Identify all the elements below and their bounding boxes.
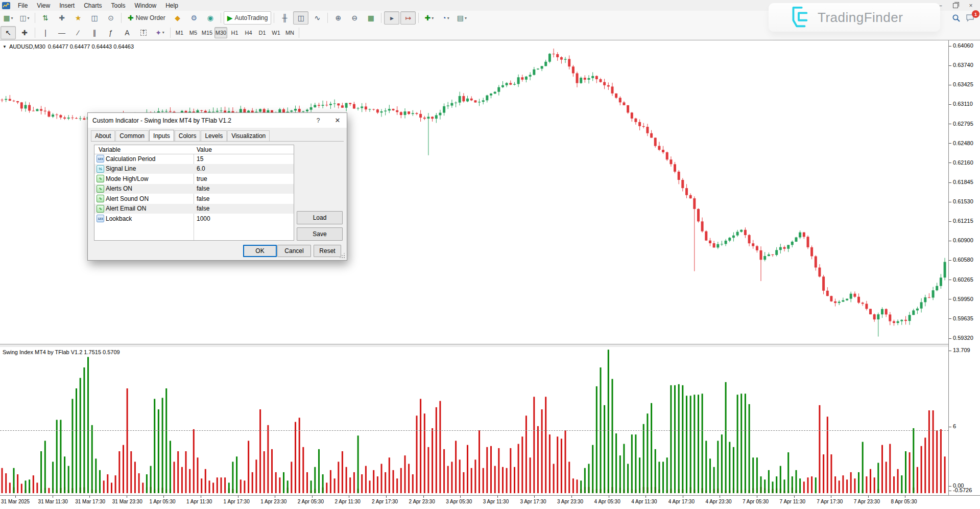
price-tick: 0.60580 bbox=[949, 257, 973, 263]
toolbar-separator bbox=[274, 13, 274, 23]
window-close-button[interactable]: × bbox=[964, 1, 978, 10]
param-value[interactable]: 1000 bbox=[197, 215, 210, 222]
reset-button[interactable]: Reset bbox=[314, 245, 341, 257]
menu-view[interactable]: View bbox=[32, 1, 55, 10]
window-restore-button[interactable] bbox=[948, 1, 963, 10]
text-icon[interactable]: A bbox=[119, 26, 135, 39]
channel-icon[interactable]: ∥ bbox=[87, 26, 102, 39]
param-row-signal-line[interactable]: ½ Signal Line 6.0 bbox=[94, 164, 294, 174]
save-button[interactable]: Save bbox=[297, 227, 343, 241]
autotrading-button[interactable]: ▶AutoTrading bbox=[224, 11, 272, 25]
periods-icon[interactable]: ◔▾ bbox=[438, 11, 453, 25]
ok-button[interactable]: OK bbox=[243, 245, 277, 257]
templates-icon[interactable]: ▤▾ bbox=[454, 11, 469, 25]
timeframe-w1[interactable]: W1 bbox=[270, 27, 282, 38]
resize-grip[interactable] bbox=[344, 257, 345, 258]
param-value[interactable]: false bbox=[197, 195, 209, 202]
timeframe-m5[interactable]: M5 bbox=[187, 27, 200, 38]
timeframe-m1[interactable]: M1 bbox=[173, 27, 186, 38]
tab-visualization[interactable]: Visualization bbox=[227, 130, 270, 141]
dropdown-caret-icon[interactable]: ▾ bbox=[28, 16, 30, 20]
time-axis[interactable]: 31 Mar 202531 Mar 11:3031 Mar 17:3031 Ma… bbox=[0, 495, 980, 509]
trendline-icon[interactable]: ∕ bbox=[70, 26, 86, 39]
param-row-calculation-period[interactable]: 123 Calculation Period 15 bbox=[94, 154, 294, 164]
param-row-alerts-on[interactable]: ∿ Alerts ON false bbox=[94, 184, 294, 194]
tab-about[interactable]: About bbox=[91, 130, 115, 141]
param-value[interactable]: true bbox=[197, 175, 207, 182]
price-axis[interactable]: 0.640600.637400.634250.631100.627950.624… bbox=[948, 40, 980, 495]
auto-scroll-icon[interactable]: ▸ bbox=[384, 11, 399, 25]
custom-indicator-dialog: Custom Indicator - Swing Index MT4 by TF… bbox=[87, 112, 347, 261]
tab-inputs[interactable]: Inputs bbox=[149, 130, 174, 141]
param-value[interactable]: false bbox=[197, 185, 209, 192]
strategy-tester-icon[interactable]: ⊙ bbox=[103, 11, 118, 25]
zoom-in-icon[interactable]: ⊕ bbox=[330, 11, 346, 25]
signals-icon[interactable]: ◉ bbox=[203, 11, 218, 25]
terminal-icon[interactable]: ◫ bbox=[87, 11, 102, 25]
dialog-title: Custom Indicator - Swing Index MT4 by TF… bbox=[88, 117, 231, 124]
time-label: 2 Apr 05:30 bbox=[298, 499, 324, 504]
load-button[interactable]: Load bbox=[297, 211, 343, 224]
param-value[interactable]: false bbox=[197, 205, 209, 212]
tab-levels[interactable]: Levels bbox=[201, 130, 227, 141]
param-row-lookback[interactable]: 123 Lookback 1000 bbox=[94, 214, 294, 223]
param-row-mode-high-low[interactable]: ∿ Mode High/Low true bbox=[94, 174, 294, 183]
dropdown-caret-icon[interactable]: ▾ bbox=[465, 16, 467, 20]
chat-icon[interactable]: 1 bbox=[966, 14, 975, 22]
chart-candles-icon[interactable]: ◫ bbox=[293, 11, 308, 25]
crosshair-icon[interactable]: ✚ bbox=[17, 26, 32, 39]
price-tick: 0.64060 bbox=[949, 42, 973, 49]
new-order-button[interactable]: ✚New Order bbox=[124, 11, 169, 25]
timeframe-m15[interactable]: M15 bbox=[201, 27, 213, 38]
param-row-alert-sound-on[interactable]: ∿ Alert Sound ON false bbox=[94, 194, 294, 203]
fibonacci-icon[interactable]: ƒ bbox=[103, 26, 118, 39]
timeframe-m30[interactable]: M30 bbox=[214, 27, 227, 38]
timeframe-d1[interactable]: D1 bbox=[256, 27, 269, 38]
tab-common[interactable]: Common bbox=[115, 130, 149, 141]
timeframe-mn[interactable]: MN bbox=[283, 27, 296, 38]
profiles-icon[interactable]: ◫▾ bbox=[17, 11, 32, 25]
chart-line-icon[interactable]: ∿ bbox=[309, 11, 325, 25]
fibonacci-glyph: ƒ bbox=[109, 29, 113, 36]
cancel-button[interactable]: Cancel bbox=[277, 245, 311, 257]
chart-shift-icon[interactable]: ↦ bbox=[400, 11, 416, 25]
dropdown-caret-icon[interactable]: ▾ bbox=[162, 30, 164, 35]
horizontal-line-icon[interactable]: — bbox=[54, 26, 69, 39]
timeframe-h1[interactable]: H1 bbox=[228, 27, 241, 38]
dropdown-caret-icon[interactable]: ▾ bbox=[432, 16, 434, 20]
menu-charts[interactable]: Charts bbox=[79, 1, 106, 10]
dropdown-caret-icon[interactable]: ▾ bbox=[11, 16, 13, 20]
indicators-icon[interactable]: ✚▾ bbox=[421, 11, 437, 25]
market-watch-icon[interactable]: ⇅ bbox=[38, 11, 53, 25]
param-value[interactable]: 15 bbox=[197, 155, 203, 163]
cursor-icon[interactable]: ↖ bbox=[1, 26, 16, 39]
menu-insert[interactable]: Insert bbox=[55, 1, 79, 10]
text-label-icon[interactable]: T bbox=[136, 26, 151, 39]
chevron-down-icon[interactable]: ▼ bbox=[3, 44, 7, 49]
arrows-icon[interactable]: ✦▾ bbox=[152, 26, 168, 39]
timeframe-h4[interactable]: H4 bbox=[242, 27, 255, 38]
notification-badge: 1 bbox=[972, 10, 979, 18]
tab-colors[interactable]: Colors bbox=[175, 130, 201, 141]
chart-bars-icon[interactable]: ╫ bbox=[277, 11, 292, 25]
experts-icon[interactable]: ⚙ bbox=[186, 11, 202, 25]
dropdown-caret-icon[interactable]: ▾ bbox=[447, 16, 449, 20]
dialog-title-bar[interactable]: Custom Indicator - Swing Index MT4 by TF… bbox=[88, 113, 347, 128]
menu-file[interactable]: File bbox=[13, 1, 32, 10]
data-window-icon[interactable]: ✚ bbox=[54, 11, 69, 25]
new-chart-icon[interactable]: ▦▾ bbox=[1, 11, 16, 25]
param-value[interactable]: 6.0 bbox=[197, 165, 205, 172]
search-icon[interactable] bbox=[952, 14, 961, 22]
metaeditor-icon[interactable]: ◆ bbox=[170, 11, 185, 25]
dialog-help-button[interactable]: ? bbox=[310, 113, 326, 128]
menu-tools[interactable]: Tools bbox=[107, 1, 130, 10]
time-label: 3 Apr 17:30 bbox=[520, 499, 546, 504]
dialog-close-button[interactable]: ✕ bbox=[329, 113, 346, 128]
vertical-line-icon[interactable]: | bbox=[38, 26, 53, 39]
tile-windows-icon[interactable]: ▦ bbox=[363, 11, 378, 25]
zoom-out-icon[interactable]: ⊖ bbox=[347, 11, 362, 25]
navigator-icon[interactable]: ★ bbox=[70, 11, 86, 25]
menu-window[interactable]: Window bbox=[130, 1, 161, 10]
param-row-alert-email-on[interactable]: ∿ Alert Email ON false bbox=[94, 204, 294, 214]
menu-help[interactable]: Help bbox=[161, 1, 183, 10]
